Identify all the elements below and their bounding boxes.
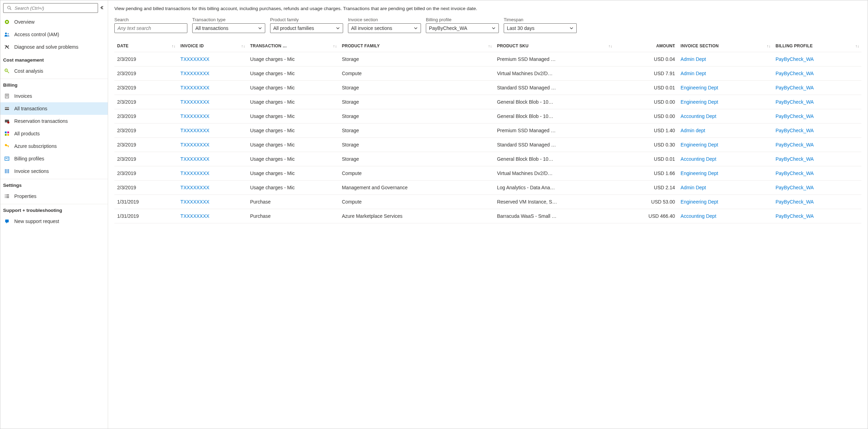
cell-date: 2/3/2019: [114, 52, 178, 66]
sidebar-item-all-products[interactable]: All products: [0, 127, 108, 140]
cell-invoice-id[interactable]: TXXXXXXXX: [178, 109, 247, 124]
table-row[interactable]: 2/3/2019TXXXXXXXXUsage charges - MicComp…: [114, 66, 861, 81]
filter-timespan-value: Last 30 days: [507, 25, 534, 31]
table-row[interactable]: 2/3/2019TXXXXXXXXUsage charges - MicMana…: [114, 181, 861, 195]
sidebar-item-overview[interactable]: Overview: [0, 16, 108, 28]
filter-product-family[interactable]: All product families: [270, 23, 343, 33]
table-row[interactable]: 2/3/2019TXXXXXXXXUsage charges - MicStor…: [114, 124, 861, 138]
cell-invoice-id[interactable]: TXXXXXXXX: [178, 195, 247, 209]
cell-amount: USD 53.00: [615, 195, 678, 209]
table-row[interactable]: 1/31/2019TXXXXXXXXPurchaseComputeReserve…: [114, 195, 861, 209]
filter-billing-profile[interactable]: PayByCheck_WA: [426, 23, 499, 33]
cell-transaction-type: Purchase: [247, 209, 339, 223]
filter-transaction-type[interactable]: All transactions: [192, 23, 265, 33]
cell-amount: USD 0.01: [615, 81, 678, 95]
cell-invoice-id[interactable]: TXXXXXXXX: [178, 166, 247, 181]
sidebar-item-billing-profiles[interactable]: Billing profiles: [0, 152, 108, 165]
cell-invoice-section[interactable]: Admin Dept: [678, 66, 773, 81]
table-row[interactable]: 2/3/2019TXXXXXXXXUsage charges - MicStor…: [114, 138, 861, 152]
column-header-invoice-section[interactable]: INVOICE SECTION↑↓: [678, 40, 773, 52]
sidebar-item-reservation-transactions[interactable]: Reservation transactions: [0, 115, 108, 127]
filter-invoice-section[interactable]: All invoice sections: [348, 23, 421, 33]
column-header-product-family[interactable]: PRODUCT FAMILY↑↓: [339, 40, 494, 52]
svg-rect-22: [8, 146, 9, 147]
table-row[interactable]: 2/3/2019TXXXXXXXXUsage charges - MicStor…: [114, 52, 861, 66]
cell-invoice-section[interactable]: Engineering Dept: [678, 95, 773, 109]
cell-billing-profile[interactable]: PayByCheck_WA: [773, 52, 861, 66]
sidebar-item-diagnose-and-solve-problems[interactable]: Diagnose and solve problems: [0, 41, 108, 53]
sidebar-item-properties[interactable]: Properties: [0, 190, 108, 202]
overview-icon: [4, 19, 10, 25]
cell-billing-profile[interactable]: PayByCheck_WA: [773, 209, 861, 223]
cell-invoice-section[interactable]: Engineering Dept: [678, 81, 773, 95]
column-header-date[interactable]: DATE↑↓: [114, 40, 178, 52]
sidebar-item-all-transactions[interactable]: All transactions: [0, 102, 108, 115]
cell-billing-profile[interactable]: PayByCheck_WA: [773, 195, 861, 209]
table-row[interactable]: 2/3/2019TXXXXXXXXUsage charges - MicStor…: [114, 95, 861, 109]
sidebar-section-header: Cost management: [0, 54, 108, 65]
cell-invoice-id[interactable]: TXXXXXXXX: [178, 66, 247, 81]
cell-amount: USD 0.04: [615, 52, 678, 66]
column-header-amount[interactable]: AMOUNT↑↓: [615, 40, 678, 52]
cell-invoice-section[interactable]: Engineering Dept: [678, 166, 773, 181]
sort-icon: ↑↓: [172, 44, 176, 48]
sidebar-item-new-support-request[interactable]: New support request: [0, 215, 108, 228]
cell-billing-profile[interactable]: PayByCheck_WA: [773, 152, 861, 166]
cell-invoice-section[interactable]: Admin Dept: [678, 181, 773, 195]
svg-point-5: [8, 33, 9, 34]
table-row[interactable]: 2/3/2019TXXXXXXXXUsage charges - MicStor…: [114, 109, 861, 124]
cell-product-sku: Virtual Machines Dv2/D…: [494, 166, 615, 181]
cell-invoice-id[interactable]: TXXXXXXXX: [178, 124, 247, 138]
cell-billing-profile[interactable]: PayByCheck_WA: [773, 81, 861, 95]
table-row[interactable]: 2/3/2019TXXXXXXXXUsage charges - MicComp…: [114, 166, 861, 181]
cell-product-family: Storage: [339, 152, 494, 166]
diagnose-icon: [4, 44, 10, 50]
column-header-invoice-id[interactable]: INVOICE ID↑↓: [178, 40, 247, 52]
sidebar-item-invoices[interactable]: Invoices: [0, 90, 108, 102]
table-row[interactable]: 2/3/2019TXXXXXXXXUsage charges - MicStor…: [114, 81, 861, 95]
cell-invoice-section[interactable]: Engineering Dept: [678, 195, 773, 209]
table-row[interactable]: 1/31/2019TXXXXXXXXPurchaseAzure Marketpl…: [114, 209, 861, 223]
cell-billing-profile[interactable]: PayByCheck_WA: [773, 166, 861, 181]
sidebar-section-header: Support + troubleshooting: [0, 204, 108, 215]
sidebar-item-azure-subscriptions[interactable]: Azure subscriptions: [0, 140, 108, 152]
cell-billing-profile[interactable]: PayByCheck_WA: [773, 138, 861, 152]
cell-billing-profile[interactable]: PayByCheck_WA: [773, 109, 861, 124]
cell-invoice-id[interactable]: TXXXXXXXX: [178, 209, 247, 223]
sections-icon: [4, 168, 10, 174]
cell-invoice-id[interactable]: TXXXXXXXX: [178, 52, 247, 66]
filter-timespan[interactable]: Last 30 days: [504, 23, 577, 33]
cell-invoice-section[interactable]: Accounting Dept: [678, 109, 773, 124]
cell-billing-profile[interactable]: PayByCheck_WA: [773, 124, 861, 138]
cell-invoice-id[interactable]: TXXXXXXXX: [178, 138, 247, 152]
column-header-billing-profile[interactable]: BILLING PROFILE↑↓: [773, 40, 861, 52]
cell-billing-profile[interactable]: PayByCheck_WA: [773, 66, 861, 81]
sidebar-item-access-control-iam-[interactable]: Access control (IAM): [0, 28, 108, 41]
cell-invoice-section[interactable]: Admin dept: [678, 124, 773, 138]
sidebar-search[interactable]: [3, 3, 98, 13]
column-header-product-sku[interactable]: PRODUCT SKU↑↓: [494, 40, 615, 52]
cell-invoice-id[interactable]: TXXXXXXXX: [178, 152, 247, 166]
cell-invoice-section[interactable]: Accounting Dept: [678, 152, 773, 166]
filter-search-input[interactable]: [117, 25, 184, 31]
sidebar-item-cost-analysis[interactable]: $Cost analysis: [0, 65, 108, 77]
sidebar-item-label: Overview: [14, 19, 34, 25]
cell-product-family: Storage: [339, 109, 494, 124]
filter-label-product-family: Product family: [270, 17, 343, 22]
cell-invoice-section[interactable]: Admin Dept: [678, 52, 773, 66]
cell-invoice-section[interactable]: Engineering Dept: [678, 138, 773, 152]
collapse-sidebar-button[interactable]: [99, 5, 106, 12]
cell-invoice-id[interactable]: TXXXXXXXX: [178, 81, 247, 95]
cell-invoice-section[interactable]: Accounting Dept: [678, 209, 773, 223]
sidebar-item-invoice-sections[interactable]: Invoice sections: [0, 165, 108, 177]
search-input[interactable]: [15, 6, 95, 11]
cell-invoice-id[interactable]: TXXXXXXXX: [178, 181, 247, 195]
sort-icon: ↑↓: [608, 44, 612, 48]
table-row[interactable]: 2/3/2019TXXXXXXXXUsage charges - MicStor…: [114, 152, 861, 166]
column-header-transaction-[interactable]: TRANSACTION …↑↓: [247, 40, 339, 52]
cell-amount: USD 1.66: [615, 166, 678, 181]
filter-search[interactable]: [114, 23, 187, 33]
cell-billing-profile[interactable]: PayByCheck_WA: [773, 181, 861, 195]
cell-invoice-id[interactable]: TXXXXXXXX: [178, 95, 247, 109]
cell-billing-profile[interactable]: PayByCheck_WA: [773, 95, 861, 109]
